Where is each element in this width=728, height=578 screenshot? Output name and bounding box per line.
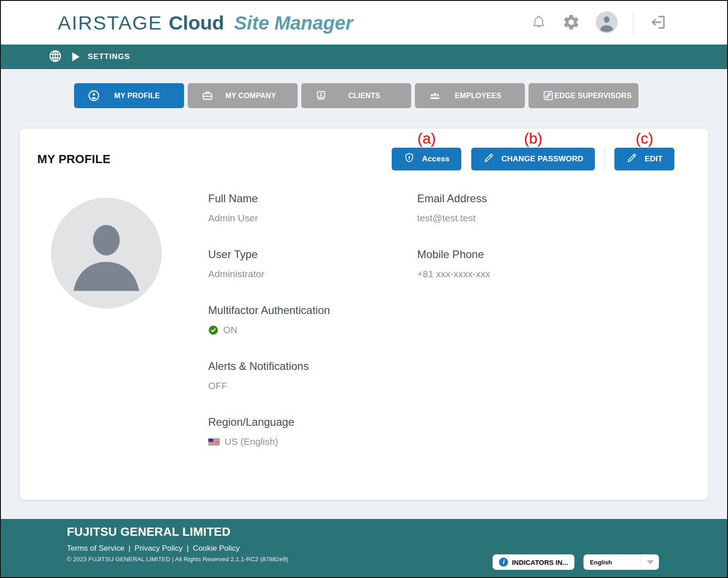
avatar-icon — [596, 11, 618, 35]
link-separator: | — [129, 544, 130, 553]
actions-divider — [604, 148, 605, 170]
globe-icon — [48, 49, 62, 65]
profile-actions: (a) Access — [392, 130, 674, 170]
notifications-button[interactable] — [531, 14, 547, 31]
mobile-phone-value: +81 xxx-xxxx-xxx — [417, 269, 626, 279]
app-logo: AIRSTAGE Cloud Site Manager — [58, 12, 353, 34]
id-badge-icon — [315, 90, 327, 102]
header-divider — [633, 12, 633, 34]
access-button[interactable]: Access — [392, 148, 461, 170]
edit-action-group: (c) EDIT — [614, 130, 674, 170]
profile-person-circle-icon — [88, 90, 100, 102]
indicators-info-button[interactable]: i INDICATORS IN... — [493, 554, 574, 570]
change-password-button-label: CHANGE PASSWORD — [501, 154, 583, 164]
logout-icon — [649, 13, 667, 33]
alerts-value: OFF — [208, 380, 417, 391]
tab-label: EDGE SUPERVISORS — [554, 92, 636, 100]
access-action-group: (a) Access — [392, 130, 461, 170]
user-type-field: User Type Administrator — [208, 248, 417, 279]
edit-button-label: EDIT — [644, 154, 663, 164]
people-group-icon — [429, 90, 441, 102]
email-label: Email Address — [417, 192, 626, 205]
alerts-label: Alerts & Notifications — [208, 360, 417, 373]
check-circle-icon — [208, 325, 219, 335]
breadcrumb-settings-label: SETTINGS — [88, 52, 130, 61]
tab-edge-supervisors[interactable]: EDGE SUPERVISORS — [529, 83, 638, 108]
language-selected-value: English — [583, 559, 641, 566]
header-icon-group — [531, 11, 667, 35]
pencil-icon — [626, 152, 638, 166]
logo-product-text: Site Manager — [234, 12, 353, 34]
right-field-column: Email Address test@test.test Mobile Phon… — [417, 192, 626, 472]
tab-label: MY PROFILE — [100, 92, 181, 100]
language-select-toggle[interactable] — [641, 554, 659, 570]
card-header: MY PROFILE (a) Acces — [20, 129, 708, 170]
logo-cloud-text: Cloud — [169, 12, 224, 34]
region-field: Region/Language — [208, 416, 417, 447]
shield-lock-icon — [404, 152, 415, 166]
user-type-value: Administrator — [208, 269, 417, 279]
pencil-icon — [483, 152, 494, 166]
user-type-label: User Type — [208, 248, 417, 261]
tab-my-profile[interactable]: MY PROFILE — [74, 83, 184, 108]
change-password-action-group: (b) CHANGE PASSWORD — [471, 130, 595, 170]
mfa-label: Multifactor Authentication — [208, 304, 417, 317]
mfa-value: ON — [208, 324, 417, 335]
tab-employees[interactable]: EMPLOYEES — [415, 83, 525, 108]
user-avatar-button[interactable] — [596, 11, 618, 35]
my-profile-card: MY PROFILE (a) Acces — [20, 129, 708, 500]
full-name-field: Full Name Admin User — [208, 192, 417, 224]
tab-label: CLIENTS — [327, 92, 409, 100]
mobile-phone-label: Mobile Phone — [417, 248, 626, 261]
full-name-label: Full Name — [208, 192, 417, 205]
breadcrumb-arrow-icon — [72, 52, 80, 61]
app-footer: FUJITSU GENERAL LIMITED Terms of Service… — [1, 519, 727, 577]
tab-clients[interactable]: CLIENTS — [301, 83, 411, 108]
main-area: MY PROFILE MY COMPANY — [1, 69, 727, 519]
footer-links: Terms of Service | Privacy Policy | Cook… — [67, 544, 727, 553]
terms-of-service-link[interactable]: Terms of Service — [67, 544, 125, 553]
annotation-a: (a) — [418, 130, 436, 148]
email-value: test@test.test — [417, 213, 626, 224]
logout-button[interactable] — [649, 13, 667, 33]
app-window: AIRSTAGE Cloud Site Manager — [0, 0, 728, 578]
annotation-c: (c) — [636, 130, 653, 148]
link-separator: | — [187, 544, 189, 553]
settings-button[interactable] — [562, 13, 580, 33]
globe-home-button[interactable] — [48, 49, 62, 65]
left-field-column: Full Name Admin User User Type Administr… — [208, 192, 417, 472]
info-icon: i — [499, 558, 508, 567]
mfa-field: Multifactor Authentication ON — [208, 304, 417, 335]
briefcase-icon — [201, 90, 214, 102]
link-square-icon — [542, 90, 554, 102]
logo-brand-text: AIRSTAGE — [58, 12, 162, 34]
tab-label: MY COMPANY — [214, 92, 295, 100]
profile-avatar — [51, 198, 162, 309]
indicators-button-label: INDICATORS IN... — [512, 558, 568, 566]
page-title: MY PROFILE — [37, 152, 110, 170]
field-columns: Full Name Admin User User Type Administr… — [208, 192, 626, 472]
region-text: US (English) — [224, 436, 278, 447]
section-tabs: MY PROFILE MY COMPANY — [74, 83, 727, 108]
alerts-field: Alerts & Notifications OFF — [208, 360, 417, 391]
annotation-b: (b) — [524, 130, 542, 148]
change-password-button[interactable]: CHANGE PASSWORD — [471, 148, 595, 170]
footer-company-name: FUJITSU GENERAL LIMITED — [67, 525, 727, 539]
access-button-label: Access — [422, 154, 449, 164]
app-header: AIRSTAGE Cloud Site Manager — [1, 1, 727, 45]
bell-icon — [531, 14, 547, 31]
mobile-phone-field: Mobile Phone +81 xxx-xxxx-xxx — [417, 248, 626, 279]
footer-right-controls: i INDICATORS IN... English — [493, 554, 659, 570]
email-field: Email Address test@test.test — [417, 192, 626, 224]
card-body: Full Name Admin User User Type Administr… — [20, 170, 708, 472]
mfa-status-text: ON — [223, 324, 238, 335]
us-flag-icon — [208, 438, 220, 445]
cookie-policy-link[interactable]: Cookie Policy — [193, 544, 239, 553]
tab-my-company[interactable]: MY COMPANY — [188, 83, 298, 108]
privacy-policy-link[interactable]: Privacy Policy — [135, 544, 183, 553]
full-name-value: Admin User — [208, 213, 417, 224]
edit-button[interactable]: EDIT — [614, 148, 674, 170]
region-label: Region/Language — [208, 416, 417, 429]
tab-label: EMPLOYEES — [441, 92, 522, 100]
language-select[interactable]: English — [583, 554, 659, 570]
